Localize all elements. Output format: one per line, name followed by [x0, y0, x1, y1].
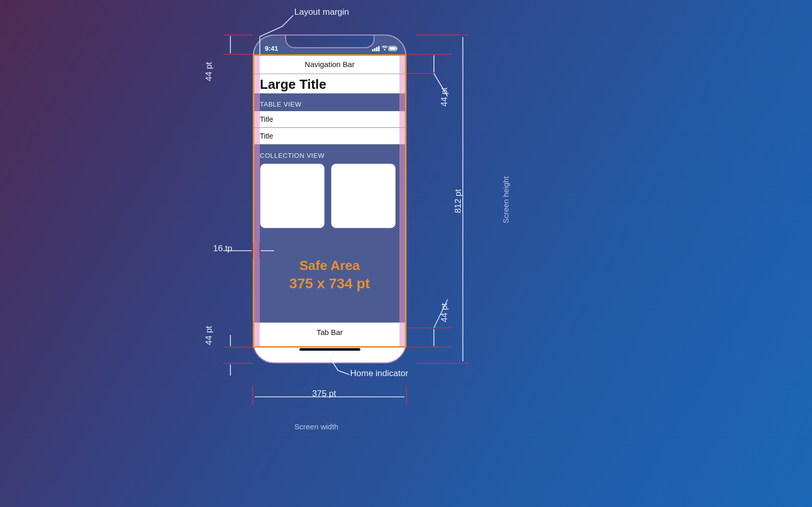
phone-notch: [285, 35, 375, 48]
large-title: Large Title: [254, 74, 405, 93]
dim-margin-16: 16 tp: [213, 244, 232, 254]
safe-area-content: TABLE VIEW Title Title COLLECTION VIEW S…: [254, 93, 405, 342]
svg-rect-0: [372, 49, 374, 51]
svg-rect-6: [390, 47, 396, 50]
label-screen-height: Screen height: [501, 176, 510, 223]
status-time: 9:41: [265, 45, 278, 52]
svg-rect-7: [397, 48, 398, 50]
svg-rect-3: [378, 46, 380, 51]
collection-view-header: COLLECTION VIEW: [254, 145, 405, 162]
safe-area-label: Safe Area 375 x 734 pt: [254, 258, 405, 292]
svg-point-4: [384, 49, 386, 51]
table-view-header: TABLE VIEW: [254, 93, 405, 111]
tab-bar: Tab Bar: [254, 322, 405, 342]
dim-height-812: 812 pt: [453, 189, 463, 213]
label-home-indicator: Home indicator: [350, 368, 408, 379]
label-layout-margin: Layout margin: [294, 7, 349, 17]
collection-card: [260, 163, 325, 228]
table-row: Title: [254, 111, 405, 128]
dim-width-375: 375 pt: [312, 389, 336, 399]
status-bar: 9:41: [254, 36, 405, 55]
dim-status-44: 44 pt: [204, 62, 214, 81]
label-screen-width: Screen width: [294, 422, 339, 431]
table-row: Title: [254, 128, 405, 145]
home-indicator-bar: [299, 348, 360, 351]
safe-area-text-2: 375 x 734 pt: [254, 276, 405, 292]
dim-tab-44-left: 44 pt: [204, 326, 214, 345]
collection-card: [331, 163, 396, 228]
navigation-bar: Navigation Bar: [254, 55, 405, 74]
safe-area-text-1: Safe Area: [254, 258, 405, 274]
home-indicator-area: [254, 342, 405, 357]
status-icons: [372, 46, 397, 53]
diagram-stage: 9:41 Navigation Bar Large Tit: [0, 0, 812, 507]
dim-nav-44: 44 pt: [439, 87, 450, 107]
collection-view-grid: [254, 162, 405, 235]
svg-rect-2: [376, 47, 378, 51]
phone-frame: 9:41 Navigation Bar Large Tit: [253, 35, 407, 363]
dim-tab-44-right: 44 pt: [439, 303, 450, 322]
svg-rect-1: [374, 48, 376, 51]
